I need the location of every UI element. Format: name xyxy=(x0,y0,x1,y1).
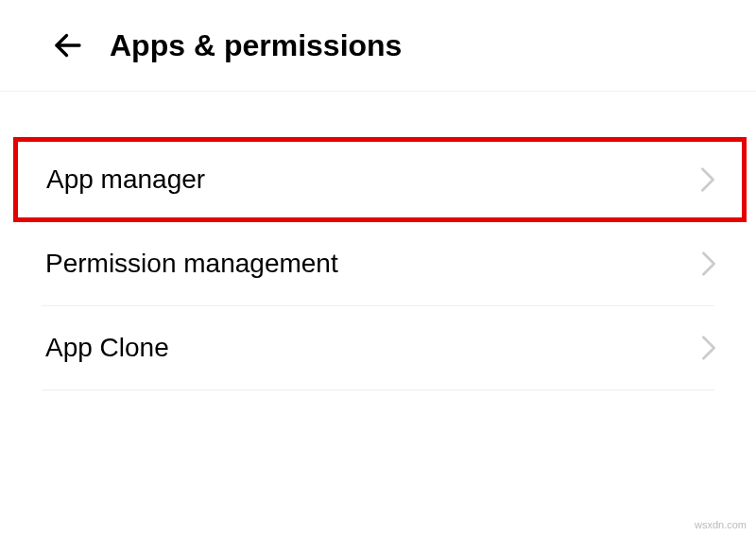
list-item-app-clone[interactable]: App Clone xyxy=(0,306,756,389)
back-arrow-icon xyxy=(51,28,85,62)
list-item-label: App Clone xyxy=(45,333,169,363)
chevron-right-icon xyxy=(699,338,718,357)
back-button[interactable] xyxy=(49,26,87,64)
header: Apps & permissions xyxy=(0,0,756,92)
page-title: Apps & permissions xyxy=(110,28,402,63)
watermark: wsxdn.com xyxy=(695,519,747,530)
list-item-permission-management[interactable]: Permission management xyxy=(0,222,756,305)
settings-list: App manager Permission management App Cl… xyxy=(0,92,756,390)
list-item-app-manager[interactable]: App manager xyxy=(13,137,747,222)
list-item-label: App manager xyxy=(46,164,205,195)
list-item-label: Permission management xyxy=(45,249,338,279)
chevron-right-icon xyxy=(698,170,717,189)
chevron-right-icon xyxy=(699,254,718,273)
divider xyxy=(42,389,714,390)
